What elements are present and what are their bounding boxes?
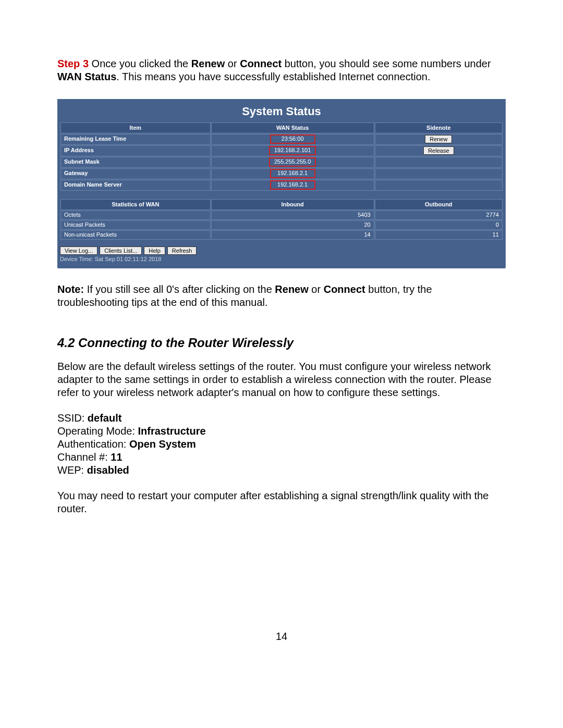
label-unicast: Unicast Packets bbox=[60, 220, 211, 230]
page-number: 14 bbox=[57, 630, 506, 643]
step3-label: Step 3 bbox=[57, 58, 89, 69]
label-ip: IP Address bbox=[60, 145, 211, 156]
out-unicast: 0 bbox=[375, 220, 503, 230]
wan-header-row: Item WAN Status Sidenote bbox=[60, 122, 503, 134]
wep-value: disabled bbox=[87, 464, 129, 476]
out-nonunicast: 11 bbox=[375, 230, 503, 240]
renew-word: Renew bbox=[191, 58, 225, 69]
renew-button[interactable]: Renew bbox=[425, 135, 452, 143]
wireless-intro: Below are the default wireless settings … bbox=[57, 360, 506, 399]
label-lease: Remaining Lease Time bbox=[60, 134, 211, 145]
row-dns: Domain Name Server 192.168.2.1 bbox=[60, 180, 503, 191]
release-button[interactable]: Release bbox=[423, 146, 454, 155]
col-stats-label: Statistics of WAN bbox=[60, 199, 211, 211]
mode-label: Operating Mode: bbox=[57, 425, 138, 437]
wan-status-word: WAN Status bbox=[57, 71, 116, 82]
wireless-specs: SSID: default Operating Mode: Infrastruc… bbox=[57, 412, 506, 477]
panel-title: System Status bbox=[57, 99, 506, 122]
row-gateway: Gateway 192.168.2.1 bbox=[60, 168, 503, 179]
in-octets: 5403 bbox=[211, 211, 374, 220]
channel-label: Channel #: bbox=[57, 451, 111, 463]
value-dns: 192.168.2.1 bbox=[271, 181, 315, 189]
wan-status-table: Item WAN Status Sidenote Remaining Lease… bbox=[60, 122, 503, 191]
col-outbound: Outbound bbox=[375, 199, 503, 211]
col-sidenote: Sidenote bbox=[375, 122, 503, 134]
row-nonunicast: Non-unicast Packets 14 11 bbox=[60, 230, 503, 240]
row-unicast: Unicast Packets 20 0 bbox=[60, 220, 503, 230]
label-gateway: Gateway bbox=[60, 168, 211, 179]
label-dns: Domain Name Server bbox=[60, 180, 211, 191]
value-mask: 255.255.255.0 bbox=[270, 158, 315, 166]
step3-paragraph: Step 3 Once you clicked the Renew or Con… bbox=[57, 57, 506, 83]
in-nonunicast: 14 bbox=[211, 230, 374, 240]
ssid-label: SSID: bbox=[57, 412, 88, 424]
out-octets: 2774 bbox=[375, 211, 503, 220]
label-octets: Octets bbox=[60, 211, 211, 220]
connect-word: Connect bbox=[240, 58, 282, 69]
view-log-button[interactable]: View Log... bbox=[60, 246, 97, 255]
label-mask: Subnet Mask bbox=[60, 157, 211, 168]
value-gateway: 192.168.2.1 bbox=[271, 169, 315, 178]
section-heading: 4.2 Connecting to the Router Wirelessly bbox=[57, 335, 506, 351]
device-time: Device Time: Sat Sep 01 02:11:12 2018 bbox=[60, 256, 503, 263]
note-paragraph: Note: If you still see all 0's after cli… bbox=[57, 283, 506, 309]
clients-list-button[interactable]: Clients List... bbox=[100, 246, 142, 255]
restart-note: You may need to restart your computer af… bbox=[57, 489, 506, 515]
ssid-value: default bbox=[88, 412, 122, 424]
value-lease: 23:56:00 bbox=[271, 135, 315, 143]
row-mask: Subnet Mask 255.255.255.0 bbox=[60, 157, 503, 168]
label-nonunicast: Non-unicast Packets bbox=[60, 230, 211, 240]
refresh-button[interactable]: Refresh bbox=[167, 246, 197, 255]
wep-label: WEP: bbox=[57, 464, 87, 476]
auth-label: Authentication: bbox=[57, 438, 129, 450]
system-status-panel: System Status Item WAN Status Sidenote R… bbox=[57, 99, 506, 268]
auth-value: Open System bbox=[129, 438, 196, 450]
help-button[interactable]: Help bbox=[144, 246, 165, 255]
in-unicast: 20 bbox=[211, 220, 374, 230]
row-ip: IP Address 192.168.2.101 Release bbox=[60, 145, 503, 156]
panel-button-row: View Log... Clients List... Help Refresh bbox=[60, 246, 503, 255]
stats-header-row: Statistics of WAN Inbound Outbound bbox=[60, 199, 503, 211]
connect-word-2: Connect bbox=[324, 283, 365, 295]
row-octets: Octets 5403 2774 bbox=[60, 211, 503, 220]
row-lease: Remaining Lease Time 23:56:00 Renew bbox=[60, 134, 503, 145]
wan-stats-table: Statistics of WAN Inbound Outbound Octet… bbox=[60, 199, 503, 241]
note-label: Note: bbox=[57, 283, 84, 295]
mode-value: Infrastructure bbox=[138, 425, 206, 437]
col-inbound: Inbound bbox=[211, 199, 374, 211]
renew-word-2: Renew bbox=[275, 283, 308, 295]
channel-value: 11 bbox=[111, 451, 122, 463]
col-item: Item bbox=[60, 122, 211, 134]
col-wan-status: WAN Status bbox=[211, 122, 374, 134]
value-ip: 192.168.2.101 bbox=[270, 146, 315, 155]
